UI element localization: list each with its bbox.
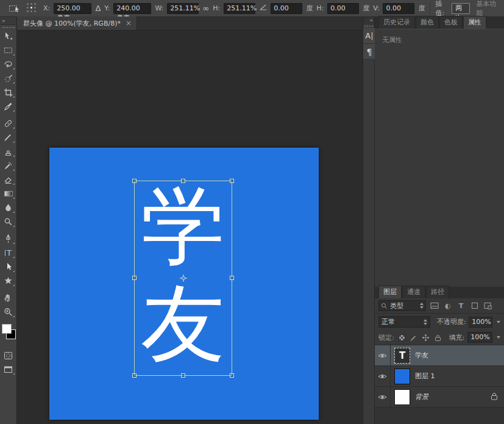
interpolation-select[interactable]: 两次 bbox=[452, 3, 470, 14]
tab-channels[interactable]: 通道 bbox=[402, 286, 425, 298]
pen-tool[interactable] bbox=[1, 232, 16, 246]
reference-point-locator[interactable] bbox=[27, 3, 37, 13]
rectangular-marquee-tool[interactable] bbox=[1, 43, 16, 57]
tab-layers[interactable]: 图层 bbox=[378, 286, 402, 298]
hand-tool[interactable] bbox=[1, 291, 16, 305]
document-tab[interactable]: 群头像 @ 100%(学友, RGB/8)* × bbox=[17, 16, 137, 30]
transform-handle-ne[interactable] bbox=[230, 179, 234, 183]
lock-row: 锁定: 填充: 100% bbox=[375, 330, 504, 345]
foreground-color-swatch[interactable] bbox=[2, 324, 12, 334]
layer-filter-kind-select[interactable]: 类型 bbox=[378, 300, 426, 311]
quick-mask-button[interactable] bbox=[1, 348, 16, 362]
relative-position-icon[interactable]: Δ bbox=[95, 4, 101, 13]
transform-handle-w[interactable] bbox=[132, 276, 137, 280]
transform-bounding-box[interactable]: 学友 bbox=[134, 181, 232, 376]
quick-selection-tool[interactable] bbox=[1, 71, 16, 85]
character-panel-icon[interactable]: A| bbox=[363, 28, 375, 44]
transform-handle-s[interactable] bbox=[181, 373, 185, 378]
zoom-tool[interactable] bbox=[1, 305, 16, 319]
dock-collapse-button[interactable]: « bbox=[363, 17, 374, 24]
layer-row-text[interactable]: T 学友 bbox=[375, 345, 504, 366]
canvas-image[interactable]: 学友 bbox=[49, 148, 319, 420]
tab-history[interactable]: 历史记录 bbox=[378, 16, 415, 29]
transform-handle-n[interactable] bbox=[181, 179, 185, 183]
options-bar: X: 250.00 像素 Δ Y: 240.00 像素 W: 251.11% ∞… bbox=[0, 0, 504, 17]
tab-properties[interactable]: 属性 bbox=[463, 16, 486, 29]
y-input[interactable]: 240.00 像素 bbox=[113, 3, 151, 14]
tab-paths[interactable]: 路径 bbox=[426, 286, 449, 298]
clone-stamp-tool[interactable] bbox=[1, 145, 16, 159]
tools-collapse-button[interactable]: » bbox=[0, 17, 16, 25]
angle-input[interactable]: 0.00 bbox=[271, 3, 302, 14]
transform-handle-sw[interactable] bbox=[132, 373, 137, 378]
filter-shape-layers-icon[interactable] bbox=[469, 301, 480, 311]
crop-tool[interactable] bbox=[1, 85, 16, 99]
x-input[interactable]: 250.00 像素 bbox=[54, 3, 91, 14]
filter-type-layers-icon[interactable]: T bbox=[456, 301, 466, 311]
opacity-input[interactable]: 100% bbox=[469, 317, 492, 328]
spot-healing-brush-tool[interactable] bbox=[1, 117, 16, 131]
lock-transparent-pixels-icon[interactable] bbox=[397, 333, 406, 342]
dodge-tool[interactable] bbox=[1, 215, 16, 229]
layer-thumbnail[interactable] bbox=[394, 389, 410, 405]
brush-tool[interactable] bbox=[1, 131, 16, 145]
filter-pixel-layers-icon[interactable] bbox=[429, 301, 439, 311]
type-tool[interactable]: T bbox=[1, 246, 16, 260]
blur-tool[interactable] bbox=[1, 201, 16, 215]
hskew-label: H: bbox=[316, 4, 324, 12]
transform-tool-icon[interactable] bbox=[9, 2, 21, 15]
blend-mode-select[interactable]: 正常 bbox=[378, 316, 430, 328]
hskew-input[interactable]: 0.00 bbox=[327, 3, 359, 14]
lock-position-icon[interactable] bbox=[421, 333, 430, 342]
screen-mode-button[interactable] bbox=[1, 362, 16, 376]
chevron-down-icon[interactable] bbox=[497, 336, 500, 339]
lock-image-pixels-icon[interactable] bbox=[409, 333, 418, 342]
h-label: H: bbox=[213, 4, 220, 12]
link-dimensions-icon[interactable]: ∞ bbox=[202, 4, 209, 13]
lasso-tool[interactable] bbox=[1, 57, 16, 71]
eye-icon bbox=[378, 373, 387, 379]
layer-name[interactable]: 图层 1 bbox=[415, 372, 435, 381]
close-tab-icon[interactable]: × bbox=[126, 19, 132, 27]
visibility-toggle[interactable] bbox=[375, 387, 391, 408]
layer-name[interactable]: 学友 bbox=[415, 351, 428, 360]
chevron-down-icon[interactable] bbox=[497, 321, 500, 323]
fill-input[interactable]: 100% bbox=[467, 332, 492, 343]
layer-thumbnail[interactable] bbox=[394, 368, 410, 384]
layer-row-blue[interactable]: 图层 1 bbox=[375, 366, 504, 387]
layer-filter-row: 类型 ◐ T bbox=[375, 298, 504, 314]
visibility-toggle[interactable] bbox=[375, 366, 391, 387]
text-layer-thumbnail[interactable]: T bbox=[394, 348, 410, 364]
history-brush-tool[interactable] bbox=[1, 159, 16, 173]
lock-all-icon[interactable] bbox=[433, 333, 442, 342]
workspace-switcher[interactable]: 基本功能 bbox=[474, 0, 500, 18]
paragraph-panel-icon[interactable]: ¶ bbox=[363, 44, 375, 60]
no-properties-text: 无属性 bbox=[382, 36, 402, 44]
layer-row-background[interactable]: 背景 bbox=[375, 387, 504, 408]
custom-shape-tool[interactable] bbox=[1, 274, 16, 288]
eyedropper-tool[interactable] bbox=[1, 99, 16, 113]
transform-handle-e[interactable] bbox=[230, 276, 234, 280]
gradient-tool[interactable] bbox=[1, 187, 16, 201]
tools-grip[interactable] bbox=[2, 27, 15, 28]
move-tool[interactable] bbox=[1, 29, 16, 43]
eraser-tool[interactable] bbox=[1, 173, 16, 187]
height-input[interactable]: 251.11% bbox=[224, 3, 255, 14]
filter-smart-objects-icon[interactable] bbox=[483, 301, 493, 311]
vskew-label: V: bbox=[373, 4, 379, 12]
tab-swatches[interactable]: 色板 bbox=[439, 16, 463, 29]
path-selection-tool[interactable] bbox=[1, 260, 16, 274]
transform-reference-point[interactable] bbox=[180, 275, 187, 282]
filter-adjustment-layers-icon[interactable]: ◐ bbox=[442, 301, 453, 311]
transform-handle-se[interactable] bbox=[230, 373, 234, 378]
vskew-input[interactable]: 0.00 bbox=[383, 3, 414, 14]
y-label: Y: bbox=[104, 4, 110, 12]
document-area: 群头像 @ 100%(学友, RGB/8)* × 学友 bbox=[17, 17, 363, 424]
layer-name[interactable]: 背景 bbox=[415, 392, 428, 401]
tab-color[interactable]: 颜色 bbox=[416, 16, 439, 29]
width-input[interactable]: 251.11% bbox=[167, 3, 199, 14]
transform-handle-nw[interactable] bbox=[132, 179, 137, 183]
canvas-background[interactable]: 学友 bbox=[17, 31, 363, 424]
dock-grip[interactable] bbox=[364, 26, 373, 27]
visibility-toggle[interactable] bbox=[375, 345, 391, 366]
